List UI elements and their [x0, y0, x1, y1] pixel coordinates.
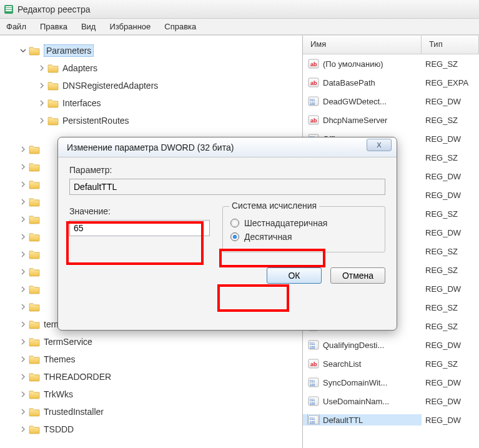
- expander-icon[interactable]: [19, 337, 27, 346]
- expander-icon[interactable]: [19, 267, 27, 276]
- list-row[interactable]: 011100DefaultTTLREG_DW: [303, 411, 479, 429]
- expander-icon[interactable]: [19, 215, 27, 224]
- folder-icon: [29, 424, 40, 435]
- tree-item[interactable]: TrustedInstaller: [0, 403, 302, 421]
- value-type: REG_DW: [422, 97, 479, 106]
- list-row[interactable]: abSearchListREG_SZ: [303, 354, 479, 373]
- tree-item[interactable]: PersistentRoutes: [0, 112, 302, 129]
- tree-item[interactable]: Parameters: [0, 42, 302, 59]
- value-type: REG_DW: [422, 416, 479, 425]
- list-row[interactable]: 011100DeadGWDetect...REG_DW: [303, 92, 479, 111]
- svg-text:ab: ab: [310, 117, 317, 124]
- tree-item[interactable]: TrkWks: [0, 386, 302, 403]
- expander-icon[interactable]: [19, 180, 27, 189]
- value-type: REG_DW: [422, 341, 479, 350]
- expander-icon[interactable]: [19, 390, 27, 399]
- menu-favorites[interactable]: Избранное: [109, 22, 151, 31]
- tree-item-label: TSDDD: [44, 424, 74, 434]
- tree-item[interactable]: Interfaces: [0, 94, 302, 112]
- tree-item-label: Adapters: [62, 63, 97, 73]
- tree-item-label: Parameters: [44, 44, 94, 57]
- radix-hex[interactable]: Шестнадцатеричная: [230, 218, 377, 228]
- value-name: DhcpNameServer: [323, 116, 387, 125]
- tree-item[interactable]: Themes: [0, 351, 302, 368]
- column-type[interactable]: Тип: [422, 36, 479, 54]
- expander-icon[interactable]: [19, 320, 27, 329]
- tree-item[interactable]: THREADORDER: [0, 368, 302, 386]
- expander-icon[interactable]: [19, 425, 27, 434]
- expander-icon[interactable]: [19, 46, 27, 55]
- expander-icon[interactable]: [19, 407, 27, 416]
- list-row[interactable]: 011100QualifyingDesti...REG_DW: [303, 336, 479, 354]
- value-type: REG_SZ: [422, 247, 479, 256]
- column-name[interactable]: Имя: [303, 36, 422, 54]
- value-name: DeadGWDetect...: [323, 97, 387, 106]
- cancel-button[interactable]: Отмена: [330, 267, 385, 284]
- menu-view[interactable]: Вид: [81, 22, 96, 31]
- value-field[interactable]: [69, 220, 210, 236]
- tree-item-label: TrkWks: [44, 389, 73, 399]
- folder-icon: [29, 179, 40, 190]
- ok-button[interactable]: ОК: [267, 267, 322, 284]
- tree-item[interactable]: Adapters: [0, 59, 302, 77]
- expander-icon[interactable]: [19, 302, 27, 311]
- tree-item-label: Interfaces: [62, 98, 101, 108]
- folder-icon: [47, 115, 59, 126]
- expander-icon[interactable]: [19, 372, 27, 381]
- expander-icon[interactable]: [37, 99, 46, 107]
- expander-icon[interactable]: [19, 232, 27, 241]
- menu-edit[interactable]: Правка: [40, 22, 67, 31]
- list-row[interactable]: 011100SyncDomainWit...REG_DW: [303, 373, 479, 392]
- value-name: QualifyingDesti...: [323, 341, 384, 350]
- window-titlebar: Редактор реестра: [0, 0, 479, 19]
- expander-icon[interactable]: [37, 81, 46, 90]
- value-icon: ab: [308, 358, 319, 369]
- value-icon: 011100: [308, 377, 319, 388]
- tree-item[interactable]: TermService: [0, 333, 302, 351]
- expander-icon[interactable]: [19, 197, 27, 206]
- radix-dec[interactable]: Десятичная: [230, 232, 377, 242]
- tree-item[interactable]: DNSRegisteredAdapters: [0, 77, 302, 94]
- expander-icon[interactable]: [19, 145, 27, 154]
- tree-item-label: Themes: [44, 354, 76, 364]
- list-row[interactable]: 011100UseDomainNam...REG_DW: [303, 392, 479, 411]
- expander-icon[interactable]: [19, 355, 27, 364]
- menu-help[interactable]: Справка: [164, 22, 196, 31]
- value-type: REG_DW: [422, 397, 479, 406]
- dialog-titlebar[interactable]: Изменение параметра DWORD (32 бита) X: [58, 137, 397, 157]
- value-type: REG_SZ: [422, 359, 479, 369]
- expander-icon[interactable]: [37, 64, 46, 72]
- tree-item-label: TrustedInstaller: [44, 407, 104, 417]
- value-name: SyncDomainWit...: [323, 378, 387, 387]
- value-name: (По умолчанию): [323, 59, 383, 69]
- expander-icon[interactable]: [19, 250, 27, 259]
- value-type: REG_SZ: [422, 303, 479, 312]
- svg-text:100: 100: [310, 383, 315, 387]
- value-name: DataBasePath: [323, 78, 375, 87]
- radix-group: Система исчисления Шестнадцатеричная Дес…: [222, 206, 385, 252]
- tree-item[interactable]: TSDDD: [0, 421, 302, 438]
- folder-icon: [29, 371, 40, 382]
- list-row[interactable]: abDataBasePathREG_EXPA: [303, 73, 479, 92]
- value-icon: ab: [308, 114, 319, 126]
- radix-hex-label: Шестнадцатеричная: [244, 218, 327, 228]
- svg-text:100: 100: [310, 346, 315, 349]
- value-type: REG_SZ: [422, 322, 479, 331]
- radix-legend: Система исчисления: [229, 201, 319, 211]
- folder-icon: [29, 45, 40, 56]
- value-type: REG_SZ: [422, 153, 479, 162]
- expander-icon[interactable]: [37, 116, 46, 125]
- list-row[interactable]: abDhcpNameServerREG_SZ: [303, 111, 479, 129]
- dialog-title: Изменение параметра DWORD (32 бита): [67, 142, 234, 152]
- value-type: REG_DW: [422, 134, 479, 144]
- svg-text:100: 100: [310, 421, 315, 424]
- expander-icon[interactable]: [19, 285, 27, 294]
- expander-icon[interactable]: [19, 162, 27, 171]
- list-row[interactable]: ab(По умолчанию)REG_SZ: [303, 54, 479, 73]
- close-button[interactable]: X: [367, 139, 392, 151]
- svg-rect-2: [6, 10, 12, 11]
- radio-icon: [230, 219, 239, 227]
- value-label: Значение:: [69, 206, 210, 216]
- menu-file[interactable]: Файл: [6, 22, 26, 31]
- value-name: UseDomainNam...: [323, 397, 389, 406]
